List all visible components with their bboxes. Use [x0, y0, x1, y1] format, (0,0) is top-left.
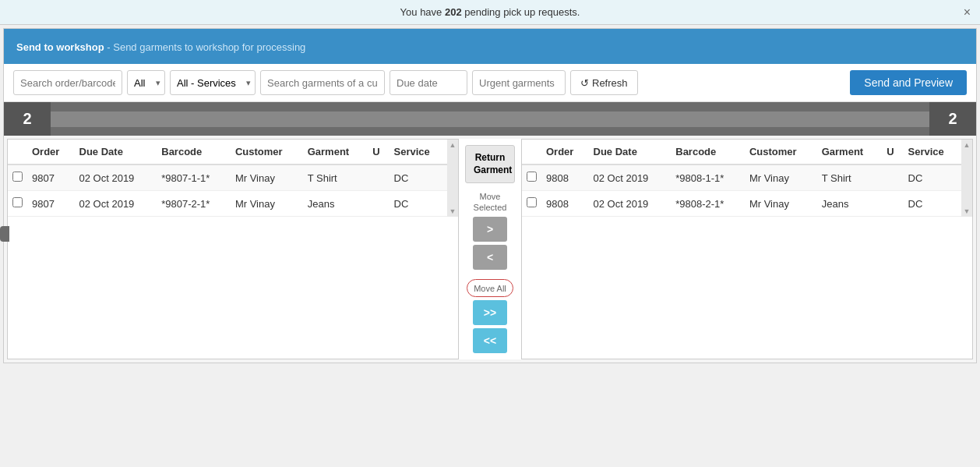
pending-requests-bar: You have 202 pending pick up requests. ×: [0, 0, 980, 25]
send-preview-button[interactable]: Send and Preview: [850, 70, 967, 95]
right-cell-duedate: 02 Oct 2019: [589, 191, 672, 217]
refresh-button[interactable]: ↺ Refresh: [570, 70, 638, 95]
left-cell-barcode: *9807-1-1*: [157, 165, 231, 191]
count-bar-middle: [51, 111, 929, 127]
move-left-button[interactable]: <: [473, 245, 507, 270]
left-panel: Order Due Date Barcode Customer Garment …: [7, 139, 459, 359]
right-table-row[interactable]: 9808 02 Oct 2019 *9808-1-1* Mr Vinay T S…: [522, 165, 961, 191]
middle-controls: Return Garment Move Selected > < Move Al…: [459, 139, 521, 359]
main-container: Send to workshop - Send garments to work…: [3, 28, 977, 363]
right-count-badge: 2: [929, 102, 976, 136]
move-all-left-button[interactable]: <<: [473, 328, 507, 353]
right-scrollbar[interactable]: ▲ ▼: [961, 140, 972, 217]
right-col-customer: Customer: [745, 140, 817, 165]
right-table: Order Due Date Barcode Customer Garment …: [522, 140, 961, 217]
left-cell-u: [368, 191, 389, 217]
right-cell-barcode: *9808-2-1*: [671, 191, 745, 217]
left-table: Order Due Date Barcode Customer Garment …: [8, 140, 447, 217]
left-table-row[interactable]: 9807 02 Oct 2019 *9807-1-1* Mr Vinay T S…: [8, 165, 447, 191]
left-cell-garment: T Shirt: [303, 165, 368, 191]
count-bar: 2 2: [4, 102, 976, 136]
right-col-service: Service: [904, 140, 961, 165]
left-table-row[interactable]: 9807 02 Oct 2019 *9807-2-1* Mr Vinay Jea…: [8, 191, 447, 217]
left-cell-duedate: 02 Oct 2019: [75, 165, 157, 191]
left-row-checkbox[interactable]: [12, 172, 23, 182]
left-col-customer: Customer: [231, 140, 303, 165]
move-right-button[interactable]: >: [473, 217, 507, 242]
right-cell-duedate: 02 Oct 2019: [589, 165, 672, 191]
left-cell-service: DC: [390, 165, 447, 191]
left-cell-garment: Jeans: [303, 191, 368, 217]
right-cell-customer: Mr Vinay: [745, 165, 817, 191]
left-col-garment: Garment: [303, 140, 368, 165]
services-select-wrapper: All - Services: [170, 70, 256, 95]
right-cell-service: DC: [904, 165, 961, 191]
left-col-check: [8, 140, 27, 165]
right-row-checkbox[interactable]: [527, 172, 537, 182]
left-col-order: Order: [27, 140, 75, 165]
right-cell-order: 9808: [541, 165, 589, 191]
left-cell-order: 9807: [27, 191, 75, 217]
left-scroll-up-icon[interactable]: ▲: [449, 141, 457, 149]
right-cell-garment: Jeans: [817, 191, 883, 217]
filter-select-wrapper: All: [127, 70, 165, 95]
right-cell-u: [882, 165, 903, 191]
topbar-message-suffix: pending pick up requests.: [462, 6, 580, 18]
move-all-right-button[interactable]: >>: [473, 300, 507, 325]
right-panel-inner: Order Due Date Barcode Customer Garment …: [522, 140, 972, 217]
right-scroll-up-icon[interactable]: ▲: [964, 141, 971, 149]
right-col-order: Order: [541, 140, 589, 165]
customer-search-input[interactable]: [260, 70, 385, 95]
topbar-message-prefix: You have: [400, 6, 445, 18]
header-title: Send to workshop: [16, 41, 104, 53]
right-col-barcode: Barcode: [671, 140, 745, 165]
urgent-input[interactable]: [472, 70, 566, 95]
right-scroll-down-icon[interactable]: ▼: [964, 207, 971, 215]
left-cell-barcode: *9807-2-1*: [157, 191, 231, 217]
move-all-label: Move All: [474, 284, 506, 293]
left-scrollbar[interactable]: ▲ ▼: [447, 140, 458, 217]
right-col-duedate: Due Date: [589, 140, 672, 165]
right-cell-u: [882, 191, 903, 217]
left-col-duedate: Due Date: [75, 140, 157, 165]
left-cell-duedate: 02 Oct 2019: [75, 191, 157, 217]
filter-select[interactable]: All: [127, 70, 165, 95]
tables-wrapper: Order Due Date Barcode Customer Garment …: [4, 136, 976, 363]
left-col-barcode: Barcode: [157, 140, 231, 165]
toolbar: All All - Services ↺ Refresh Send and Pr…: [4, 64, 976, 102]
left-cell-customer: Mr Vinay: [231, 191, 303, 217]
right-col-garment: Garment: [817, 140, 883, 165]
left-col-u: U: [368, 140, 389, 165]
header-bar: Send to workshop - Send garments to work…: [4, 29, 976, 64]
right-cell-garment: T Shirt: [817, 165, 883, 191]
right-table-scroll[interactable]: Order Due Date Barcode Customer Garment …: [522, 140, 961, 217]
right-row-checkbox[interactable]: [527, 197, 537, 207]
header-subtitle: - Send garments to workshop for processi…: [104, 41, 306, 53]
right-cell-service: DC: [904, 191, 961, 217]
left-table-scroll[interactable]: Order Due Date Barcode Customer Garment …: [8, 140, 447, 217]
refresh-icon: ↺: [580, 77, 589, 89]
left-scroll-down-icon[interactable]: ▼: [449, 207, 457, 215]
right-table-row[interactable]: 9808 02 Oct 2019 *9808-2-1* Mr Vinay Jea…: [522, 191, 961, 217]
search-input[interactable]: [13, 70, 122, 95]
right-cell-customer: Mr Vinay: [745, 191, 817, 217]
return-garment-button[interactable]: Return Garment: [465, 145, 515, 183]
menu-tab[interactable]: [0, 226, 9, 242]
right-panel: Order Due Date Barcode Customer Garment …: [521, 139, 973, 359]
right-col-check: [522, 140, 541, 165]
left-cell-customer: Mr Vinay: [231, 165, 303, 191]
left-cell-service: DC: [390, 191, 447, 217]
left-col-service: Service: [390, 140, 447, 165]
left-row-checkbox[interactable]: [12, 197, 23, 207]
move-selected-label: Move Selected: [462, 191, 518, 214]
left-panel-inner: Order Due Date Barcode Customer Garment …: [8, 140, 458, 217]
close-icon[interactable]: ×: [964, 5, 971, 19]
refresh-label: Refresh: [592, 77, 628, 89]
left-count-badge: 2: [4, 102, 51, 136]
left-cell-order: 9807: [27, 165, 75, 191]
right-cell-order: 9808: [541, 191, 589, 217]
duedate-input[interactable]: [390, 70, 467, 95]
topbar-count: 202: [445, 6, 462, 18]
services-select[interactable]: All - Services: [170, 70, 256, 95]
right-col-u: U: [882, 140, 903, 165]
